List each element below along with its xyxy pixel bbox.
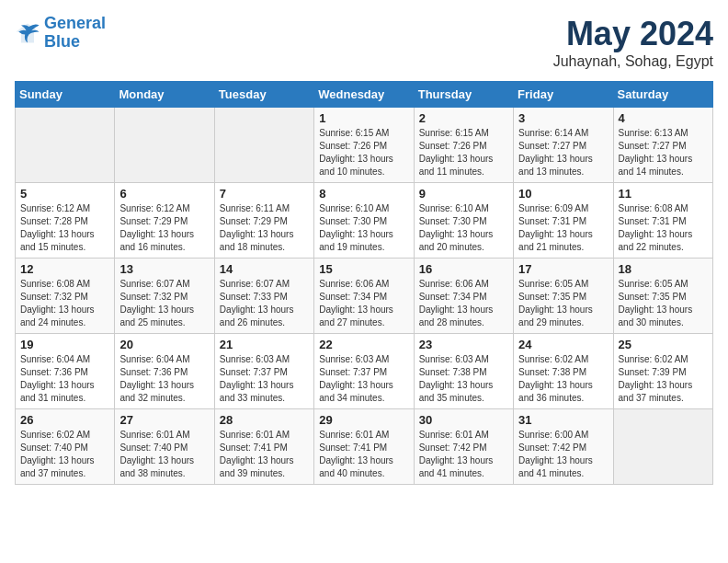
calendar-body: 1Sunrise: 6:15 AM Sunset: 7:26 PM Daylig… bbox=[16, 108, 713, 485]
calendar-cell: 27Sunrise: 6:01 AM Sunset: 7:40 PM Dayli… bbox=[115, 409, 214, 485]
calendar-cell: 9Sunrise: 6:10 AM Sunset: 7:30 PM Daylig… bbox=[414, 183, 513, 259]
week-row-1: 1Sunrise: 6:15 AM Sunset: 7:26 PM Daylig… bbox=[16, 108, 713, 183]
weekday-friday: Friday bbox=[514, 82, 613, 108]
cell-info: Sunrise: 6:02 AM Sunset: 7:39 PM Dayligh… bbox=[619, 353, 708, 405]
day-number: 10 bbox=[518, 187, 608, 201]
cell-info: Sunrise: 6:12 AM Sunset: 7:29 PM Dayligh… bbox=[119, 202, 209, 254]
logo-line1-text: General bbox=[44, 14, 106, 32]
calendar-cell: 17Sunrise: 6:05 AM Sunset: 7:35 PM Dayli… bbox=[514, 259, 613, 334]
cell-info: Sunrise: 6:08 AM Sunset: 7:31 PM Dayligh… bbox=[619, 202, 708, 254]
calendar-table: SundayMondayTuesdayWednesdayThursdayFrid… bbox=[15, 81, 713, 485]
cell-info: Sunrise: 6:07 AM Sunset: 7:33 PM Dayligh… bbox=[220, 278, 309, 329]
cell-info: Sunrise: 6:01 AM Sunset: 7:41 PM Dayligh… bbox=[220, 429, 309, 480]
cell-info: Sunrise: 6:15 AM Sunset: 7:26 PM Dayligh… bbox=[319, 127, 408, 178]
day-number: 28 bbox=[220, 413, 309, 427]
calendar-cell: 15Sunrise: 6:06 AM Sunset: 7:34 PM Dayli… bbox=[314, 259, 414, 334]
cell-info: Sunrise: 6:03 AM Sunset: 7:37 PM Dayligh… bbox=[319, 353, 408, 405]
weekday-thursday: Thursday bbox=[414, 82, 513, 108]
week-row-5: 26Sunrise: 6:02 AM Sunset: 7:40 PM Dayli… bbox=[16, 409, 713, 485]
logo-text-block: General Blue bbox=[44, 15, 106, 52]
day-number: 16 bbox=[419, 262, 508, 276]
day-number: 3 bbox=[518, 111, 608, 125]
day-number: 5 bbox=[20, 187, 109, 201]
day-number: 12 bbox=[20, 262, 109, 276]
calendar-cell: 8Sunrise: 6:10 AM Sunset: 7:30 PM Daylig… bbox=[314, 183, 414, 259]
cell-info: Sunrise: 6:05 AM Sunset: 7:35 PM Dayligh… bbox=[619, 278, 708, 329]
day-number: 23 bbox=[419, 338, 508, 351]
logo-icon bbox=[15, 20, 40, 46]
calendar-cell: 20Sunrise: 6:04 AM Sunset: 7:36 PM Dayli… bbox=[115, 334, 214, 409]
title-area: May 2024 Juhaynah, Sohag, Egypt bbox=[553, 15, 713, 70]
day-number: 27 bbox=[119, 413, 209, 427]
cell-info: Sunrise: 6:09 AM Sunset: 7:31 PM Dayligh… bbox=[518, 202, 608, 254]
day-number: 20 bbox=[119, 338, 209, 351]
calendar-cell: 2Sunrise: 6:15 AM Sunset: 7:26 PM Daylig… bbox=[414, 108, 513, 183]
cell-info: Sunrise: 6:01 AM Sunset: 7:40 PM Dayligh… bbox=[119, 429, 209, 480]
weekday-sunday: Sunday bbox=[16, 82, 115, 108]
week-row-3: 12Sunrise: 6:08 AM Sunset: 7:32 PM Dayli… bbox=[16, 259, 713, 334]
cell-info: Sunrise: 6:12 AM Sunset: 7:28 PM Dayligh… bbox=[20, 202, 109, 254]
calendar-cell: 11Sunrise: 6:08 AM Sunset: 7:31 PM Dayli… bbox=[613, 183, 712, 259]
calendar-header: SundayMondayTuesdayWednesdayThursdayFrid… bbox=[16, 82, 713, 108]
day-number: 24 bbox=[518, 338, 608, 351]
calendar-cell: 25Sunrise: 6:02 AM Sunset: 7:39 PM Dayli… bbox=[613, 334, 712, 409]
day-number: 4 bbox=[619, 111, 708, 125]
calendar-cell: 29Sunrise: 6:01 AM Sunset: 7:41 PM Dayli… bbox=[314, 409, 414, 485]
calendar-cell: 14Sunrise: 6:07 AM Sunset: 7:33 PM Dayli… bbox=[214, 259, 313, 334]
day-number: 15 bbox=[319, 262, 408, 276]
logo: General Blue bbox=[15, 15, 106, 52]
cell-info: Sunrise: 6:07 AM Sunset: 7:32 PM Dayligh… bbox=[119, 278, 209, 329]
day-number: 14 bbox=[220, 262, 309, 276]
cell-info: Sunrise: 6:03 AM Sunset: 7:37 PM Dayligh… bbox=[220, 353, 309, 405]
calendar-cell: 6Sunrise: 6:12 AM Sunset: 7:29 PM Daylig… bbox=[115, 183, 214, 259]
week-row-2: 5Sunrise: 6:12 AM Sunset: 7:28 PM Daylig… bbox=[16, 183, 713, 259]
weekday-monday: Monday bbox=[115, 82, 214, 108]
day-number: 18 bbox=[619, 262, 708, 276]
calendar-cell: 19Sunrise: 6:04 AM Sunset: 7:36 PM Dayli… bbox=[16, 334, 115, 409]
weekday-row: SundayMondayTuesdayWednesdayThursdayFrid… bbox=[16, 82, 713, 108]
week-row-4: 19Sunrise: 6:04 AM Sunset: 7:36 PM Dayli… bbox=[16, 334, 713, 409]
calendar-cell: 18Sunrise: 6:05 AM Sunset: 7:35 PM Dayli… bbox=[613, 259, 712, 334]
day-number: 30 bbox=[419, 413, 508, 427]
weekday-tuesday: Tuesday bbox=[214, 82, 313, 108]
page-header: General Blue May 2024 Juhaynah, Sohag, E… bbox=[15, 15, 713, 70]
cell-info: Sunrise: 6:02 AM Sunset: 7:40 PM Dayligh… bbox=[20, 429, 109, 480]
calendar-cell bbox=[115, 108, 214, 183]
calendar-cell: 24Sunrise: 6:02 AM Sunset: 7:38 PM Dayli… bbox=[514, 334, 613, 409]
logo-line2-text: Blue bbox=[44, 32, 80, 51]
day-number: 9 bbox=[419, 187, 508, 201]
cell-info: Sunrise: 6:05 AM Sunset: 7:35 PM Dayligh… bbox=[518, 278, 608, 329]
calendar-cell: 30Sunrise: 6:01 AM Sunset: 7:42 PM Dayli… bbox=[414, 409, 513, 485]
calendar-cell: 21Sunrise: 6:03 AM Sunset: 7:37 PM Dayli… bbox=[214, 334, 313, 409]
logo-line2: Blue bbox=[44, 33, 106, 52]
calendar-cell: 7Sunrise: 6:11 AM Sunset: 7:29 PM Daylig… bbox=[214, 183, 313, 259]
calendar-cell: 1Sunrise: 6:15 AM Sunset: 7:26 PM Daylig… bbox=[314, 108, 414, 183]
calendar-cell: 22Sunrise: 6:03 AM Sunset: 7:37 PM Dayli… bbox=[314, 334, 414, 409]
calendar-cell: 4Sunrise: 6:13 AM Sunset: 7:27 PM Daylig… bbox=[613, 108, 712, 183]
cell-info: Sunrise: 6:15 AM Sunset: 7:26 PM Dayligh… bbox=[419, 127, 508, 178]
cell-info: Sunrise: 6:00 AM Sunset: 7:42 PM Dayligh… bbox=[518, 429, 608, 480]
cell-info: Sunrise: 6:06 AM Sunset: 7:34 PM Dayligh… bbox=[419, 278, 508, 329]
location: Juhaynah, Sohag, Egypt bbox=[553, 53, 713, 70]
cell-info: Sunrise: 6:10 AM Sunset: 7:30 PM Dayligh… bbox=[319, 202, 408, 254]
calendar-cell bbox=[613, 409, 712, 485]
cell-info: Sunrise: 6:06 AM Sunset: 7:34 PM Dayligh… bbox=[319, 278, 408, 329]
cell-info: Sunrise: 6:04 AM Sunset: 7:36 PM Dayligh… bbox=[119, 353, 209, 405]
cell-info: Sunrise: 6:10 AM Sunset: 7:30 PM Dayligh… bbox=[419, 202, 508, 254]
cell-info: Sunrise: 6:03 AM Sunset: 7:38 PM Dayligh… bbox=[419, 353, 508, 405]
logo-line1: General bbox=[44, 15, 106, 33]
day-number: 7 bbox=[220, 187, 309, 201]
cell-info: Sunrise: 6:02 AM Sunset: 7:38 PM Dayligh… bbox=[518, 353, 608, 405]
day-number: 8 bbox=[319, 187, 408, 201]
cell-info: Sunrise: 6:01 AM Sunset: 7:42 PM Dayligh… bbox=[419, 429, 508, 480]
day-number: 17 bbox=[518, 262, 608, 276]
day-number: 1 bbox=[319, 111, 408, 125]
calendar-cell: 31Sunrise: 6:00 AM Sunset: 7:42 PM Dayli… bbox=[514, 409, 613, 485]
day-number: 6 bbox=[119, 187, 209, 201]
weekday-saturday: Saturday bbox=[613, 82, 712, 108]
cell-info: Sunrise: 6:08 AM Sunset: 7:32 PM Dayligh… bbox=[20, 278, 109, 329]
day-number: 21 bbox=[220, 338, 309, 351]
calendar-cell: 26Sunrise: 6:02 AM Sunset: 7:40 PM Dayli… bbox=[16, 409, 115, 485]
calendar-cell: 23Sunrise: 6:03 AM Sunset: 7:38 PM Dayli… bbox=[414, 334, 513, 409]
day-number: 25 bbox=[619, 338, 708, 351]
